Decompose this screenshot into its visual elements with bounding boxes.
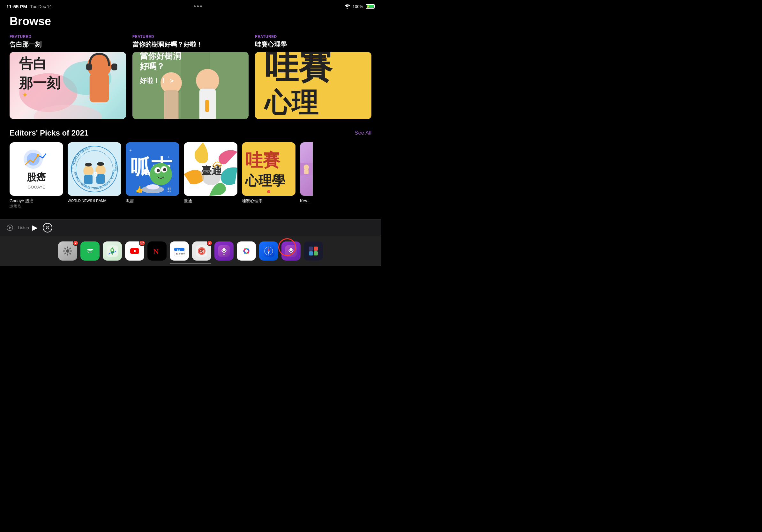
svg-point-50 [157,169,160,172]
fantastical-icon: 14 [196,245,207,257]
youtube-icon [129,245,140,257]
featured-art-1: 告白 那一刻 ✦ [10,52,126,119]
svg-text:心理學: 心理學 [245,173,285,188]
svg-point-115 [289,248,293,251]
featured-image-3[interactable]: 哇賽 心理 [255,52,371,119]
featured-label-3: FEATURED [255,34,371,39]
dock-spotify[interactable] [80,241,100,261]
featured-label-1: FEATURED [10,34,126,39]
status-right: 100% ⚡ [344,4,375,9]
featured-item-1[interactable]: FEATURED 告白那一刻 告白 那一刻 ✦ [10,34,126,119]
podcast-item-gooaye[interactable]: 股癌 GOOAYE Gooaye 股癌 謝孟恭 [10,142,63,209]
svg-point-51 [163,168,166,171]
featured-image-1[interactable]: 告白 那一刻 ✦ [10,52,126,119]
netflix-icon: N [151,245,163,257]
svg-rect-122 [314,251,318,255]
podcast-author-gooaye: 謝孟恭 [10,204,63,209]
calendar-icon: 31 M T W T [174,245,185,257]
svg-rect-64 [304,169,309,174]
podcast-name-worldnews: WORLD NEWS 9 RAMA [68,198,121,203]
svg-text:哇賽: 哇賽 [265,52,334,86]
featured-image-2[interactable]: 當你好樹洞 好嗎？ 好啦！！ ＞ [132,52,249,119]
see-all-button[interactable]: See All [354,130,371,136]
dock-youtube[interactable]: 57 [125,241,144,261]
mini-play-icon[interactable]: ▶ [32,224,38,232]
dock-podcasts[interactable] [214,241,234,261]
dot-2 [197,5,199,7]
dock-safari[interactable] [259,241,278,261]
featured-item-2[interactable]: FEATURED 當你的樹洞好嗎？好啦！ 當你好樹 [132,34,249,119]
svg-text:N: N [153,247,159,255]
svg-text:BOOKS: BOOKS [114,162,117,171]
podcast-item-cartoon[interactable]: ✦ ✦ ✦ 呱吉 [126,142,179,209]
svg-text:好嗎？: 好嗎？ [139,62,164,71]
podcast-item-worldnews[interactable]: WORLD NEWS MOVIES · DRAMA · TRAVEL IDEAS… [68,142,121,209]
battery-percentage: 100% [352,4,363,9]
svg-point-14 [196,69,219,92]
dot-1 [194,5,195,7]
svg-rect-119 [309,246,313,251]
maps-icon [107,245,118,257]
featured-item-3[interactable]: FEATURED 哇賽心理學 哇賽 心理 [255,34,371,119]
svg-point-78 [112,249,113,251]
podcast-name-cartoon: 呱吉 [126,198,179,204]
podcast-name-psychology: 哇賽心理學 [242,198,295,204]
psychology-svg: 哇賽 心理學 [242,142,295,196]
dock-maps[interactable] [103,241,122,261]
skip-forward-icon[interactable]: 30 [43,223,52,233]
dock-fantastical[interactable]: 2 14 [192,241,211,261]
editors-picks-title: Editors' Picks of 2021 [10,129,88,137]
svg-rect-13 [164,90,178,119]
battery-icon: ⚡ [366,4,375,9]
photos-icon [241,245,252,257]
svg-text:好啦！！ ＞: 好啦！！ ＞ [139,77,175,85]
featured-label-2: FEATURED [132,34,249,39]
podcast-cover-gooaye[interactable]: 股癌 GOOAYE [10,142,63,196]
featured-title-3: 哇賽心理學 [255,40,371,49]
podcast-name-taiwan: 臺通 [184,198,237,204]
status-date: Tue Dec 14 [30,4,52,9]
wifi-icon [344,4,350,9]
svg-point-34 [85,163,92,166]
dot-3 [200,5,202,7]
gooaye-art: 股癌 GOOAYE [10,142,63,196]
podcast-name-partial: Kev... [300,198,313,204]
svg-marker-66 [9,227,12,229]
svg-point-53 [146,184,159,189]
podcast-cover-worldnews[interactable]: WORLD NEWS MOVIES · DRAMA · TRAVEL IDEAS… [68,142,121,196]
svg-rect-7 [90,73,109,102]
svg-text:臺通: 臺通 [201,165,222,176]
svg-rect-8 [86,64,92,71]
gooaye-logo-svg [22,149,51,170]
dock-widgetkit[interactable] [304,241,323,261]
svg-point-95 [222,248,226,251]
podcasts-2-icon [285,245,297,257]
fantastical-badge: 2 [207,240,212,246]
podcast-cover-partial[interactable] [300,142,313,196]
page-title: Browse [10,15,371,28]
dock-photos[interactable] [237,241,256,261]
podcast-cover-yellow[interactable]: 哇賽 心理學 [242,142,295,196]
youtube-badge: 57 [139,240,145,246]
mini-player: Listen ▶ 30 [0,219,381,236]
dock-netflix[interactable]: N [147,241,167,261]
featured-title-1: 告白那一刻 [10,40,126,49]
safari-icon [263,245,274,257]
podcast-cover-cartoon[interactable]: ✦ ✦ ✦ 呱吉 [126,142,179,196]
podcast-cover-taiwan[interactable]: 臺通 [184,142,237,196]
svg-text:RAMA: RAMA [70,165,73,172]
podcast-item-partial[interactable]: Kev... [300,142,313,209]
podcast-item-taiwan[interactable]: 臺通 臺通 [184,142,237,209]
mini-controls: ▶ 30 [32,223,52,233]
podcast-item-psychology[interactable]: 哇賽 心理學 哇賽心理學 [242,142,295,209]
svg-point-107 [245,249,248,253]
svg-rect-16 [205,100,209,112]
svg-point-25 [37,154,39,157]
mini-play-button[interactable] [5,223,15,233]
status-time: 11:55 PM [6,4,27,9]
svg-text:心理: 心理 [264,88,319,118]
svg-rect-121 [309,251,313,255]
dock-podcasts-2[interactable] [281,241,301,261]
dock-settings[interactable]: 2 [58,241,77,261]
dock-calendar[interactable]: 31 M T W T [170,241,189,261]
